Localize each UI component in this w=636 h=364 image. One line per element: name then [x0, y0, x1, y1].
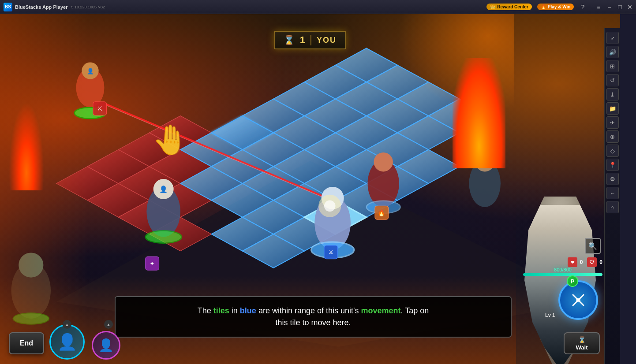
- hamburger-button[interactable]: ≡: [595, 4, 602, 11]
- sidebar-refresh-button[interactable]: ↺: [606, 74, 619, 86]
- character-portrait-1[interactable]: 👤: [49, 324, 85, 360]
- player-name: YOU: [317, 36, 337, 45]
- action-button[interactable]: [558, 280, 598, 320]
- right-sidebar: ⤢ 🔊 ⊞ ↺ ⤓ 📁 ✈ ⊕ ◇ 📍 ⚙ ← ⌂: [604, 28, 620, 364]
- turn-indicator: ⌛ 1 YOU: [274, 31, 346, 49]
- sidebar-grid-button[interactable]: ⊞: [606, 60, 619, 72]
- timer-icon: ⌛: [284, 35, 295, 45]
- dialog-box: The tiles in blue are within range of th…: [115, 296, 512, 338]
- sidebar-add-button[interactable]: ⊕: [606, 130, 619, 143]
- svg-text:⚔: ⚔: [328, 249, 334, 256]
- character-portrait-2[interactable]: 👤: [92, 331, 120, 360]
- app-version: 5.10.220.1005 N32: [71, 5, 105, 9]
- movement-word: movement: [361, 306, 400, 315]
- dialog-text: The tiles in blue are within range of th…: [129, 305, 498, 329]
- flame-right: [453, 58, 505, 168]
- svg-text:🤚: 🤚: [152, 123, 189, 157]
- red-status-count: 0: [599, 259, 602, 265]
- portrait-up-arrow-2[interactable]: ▲: [104, 320, 113, 329]
- svg-point-60: [374, 152, 393, 171]
- dialog-line2: this tile to move here.: [275, 318, 351, 327]
- health-bar-fill: [523, 273, 602, 276]
- health-bar-track: [523, 273, 602, 276]
- app-name: BlueStacks App Player: [15, 4, 67, 10]
- red-status-icon: 🛡: [587, 257, 597, 267]
- portrait-up-arrow-1[interactable]: ▲: [63, 320, 71, 329]
- svg-point-82: [576, 298, 580, 302]
- wait-icon: ⌛: [578, 336, 586, 343]
- restore-button[interactable]: □: [617, 4, 624, 11]
- end-button[interactable]: End: [9, 332, 44, 354]
- svg-text:✦: ✦: [150, 260, 155, 267]
- sidebar-expand-button[interactable]: ⤢: [606, 32, 619, 44]
- turn-divider: [311, 35, 311, 45]
- tiles-word: tiles: [213, 306, 229, 315]
- help-button[interactable]: ?: [579, 4, 586, 11]
- fire-icon: 🔥: [541, 4, 546, 9]
- game-area: 👤 👤: [0, 14, 620, 364]
- reward-center-button[interactable]: 👑 Reward Center: [486, 4, 532, 10]
- sidebar-settings-button[interactable]: ⚙: [606, 173, 619, 185]
- svg-point-78: [324, 201, 336, 212]
- titlebar-buttons: 👑 Reward Center 🔥 Play & Win ? ≡ − □ ✕: [486, 4, 636, 11]
- level-indicator: Lv 1: [545, 312, 555, 318]
- char2-avatar: 👤: [98, 338, 114, 353]
- sidebar-folder-button[interactable]: 📁: [606, 102, 619, 115]
- crown-icon: 👑: [490, 4, 495, 9]
- svg-text:👤: 👤: [159, 185, 168, 193]
- search-icon-panel[interactable]: 🔍: [585, 238, 601, 254]
- turn-number: 1: [300, 34, 305, 46]
- svg-text:⚔: ⚔: [97, 105, 103, 112]
- svg-point-55: [146, 231, 182, 243]
- health-bar-container: 800/800: [523, 267, 602, 276]
- health-display: 800/800: [523, 267, 602, 272]
- p-badge: P: [567, 275, 578, 287]
- sidebar-location-button[interactable]: 📍: [606, 159, 619, 171]
- sidebar-airplane-button[interactable]: ✈: [606, 116, 619, 129]
- svg-text:🔥: 🔥: [378, 209, 385, 217]
- sidebar-diamond-button[interactable]: ◇: [606, 145, 619, 157]
- flame-left: [9, 102, 44, 190]
- titlebar: BS BlueStacks App Player 5.10.220.1005 N…: [0, 0, 636, 14]
- wait-button[interactable]: ⌛ Wait: [564, 332, 600, 354]
- search-icon: 🔍: [588, 242, 597, 250]
- sidebar-home-button[interactable]: ⌂: [606, 201, 619, 213]
- action-icon: [569, 291, 587, 309]
- play-win-button[interactable]: 🔥 Play & Win: [537, 4, 574, 10]
- bluestacks-logo: BS: [4, 3, 12, 11]
- sidebar-back-button[interactable]: ←: [606, 187, 619, 199]
- sidebar-download-button[interactable]: ⤓: [606, 88, 619, 100]
- char1-avatar: 👤: [57, 333, 77, 351]
- blue-word: blue: [240, 306, 256, 315]
- minimize-button[interactable]: −: [606, 4, 613, 11]
- close-button[interactable]: ✕: [627, 4, 632, 11]
- window-controls: ≡ − □ ✕: [595, 4, 632, 11]
- status-bar-right: ❤ 0 🛡 0: [568, 257, 602, 267]
- green-status-icon: ❤: [568, 257, 577, 267]
- green-status-count: 0: [580, 259, 583, 265]
- sidebar-volume-button[interactable]: 🔊: [606, 46, 619, 58]
- app-logo-area: BS BlueStacks App Player 5.10.220.1005 N…: [0, 3, 108, 11]
